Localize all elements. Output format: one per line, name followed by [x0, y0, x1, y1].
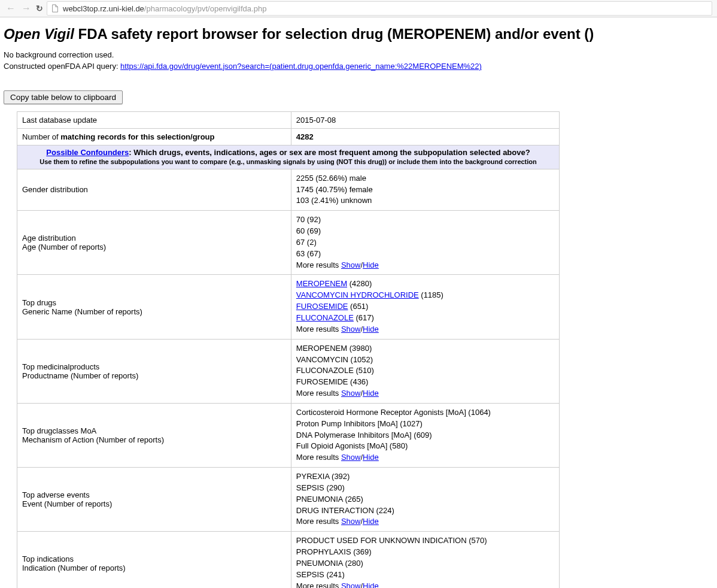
hide-link[interactable]: Hide [363, 453, 379, 462]
summary-table: Last database update 2015-07-08 Number o… [17, 111, 560, 588]
hide-link[interactable]: Hide [363, 581, 379, 588]
topdrugs-label: Top drugsGeneric Name (Number of reports… [17, 275, 291, 339]
browser-toolbar: ← → ↻ webcl3top.rz.uni-kiel.de/pharmacol… [0, 0, 717, 17]
show-link[interactable]: Show [341, 325, 361, 334]
address-bar[interactable]: webcl3top.rz.uni-kiel.de/pharmacology/pv… [47, 1, 712, 16]
drug-link[interactable]: FUROSEMIDE [296, 302, 348, 311]
hide-link[interactable]: Hide [363, 517, 379, 526]
show-link[interactable]: Show [341, 581, 361, 588]
indications-label: Top indicationsIndication (Number of rep… [17, 532, 291, 588]
show-link[interactable]: Show [341, 517, 361, 526]
topdrugs-values: MEROPENEM (4280)VANCOMYCIN HYDROCHLORIDE… [291, 275, 559, 339]
drug-link[interactable]: MEROPENEM [296, 279, 347, 288]
drugclass-values: Corticosteroid Hormone Receptor Agonists… [291, 403, 559, 467]
last-update-label: Last database update [17, 111, 291, 128]
age-values: 70 (92)60 (69)67 (2)63 (67)More results … [291, 211, 559, 275]
show-link[interactable]: Show [341, 260, 361, 269]
events-values: PYREXIA (392)SEPSIS (290)PNEUMONIA (265)… [291, 468, 559, 532]
hide-link[interactable]: Hide [363, 325, 379, 334]
api-query-link[interactable]: https://api.fda.gov/drug/event.json?sear… [120, 62, 482, 71]
events-label: Top adverse eventsEvent (Number of repor… [17, 468, 291, 532]
copy-table-button-top[interactable]: Copy table below to clipboard [4, 90, 123, 104]
page-icon [51, 4, 59, 13]
matching-records-label: Number of matching records for this sele… [17, 128, 291, 145]
intro-text: No background correction used. Construct… [4, 50, 713, 72]
back-button[interactable]: ← [5, 4, 17, 13]
matching-records-value: 4282 [291, 128, 559, 145]
forward-button[interactable]: → [20, 4, 32, 13]
medprod-label: Top medicinalproductsProductname (Number… [17, 339, 291, 403]
gender-label: Gender distribution [17, 169, 291, 211]
possible-confounders-link[interactable]: Possible Confounders [46, 148, 129, 157]
drug-link[interactable]: FLUCONAZOLE [296, 313, 354, 322]
hide-link[interactable]: Hide [363, 260, 379, 269]
drug-link[interactable]: VANCOMYCIN HYDROCHLORIDE [296, 290, 419, 299]
drugclass-label: Top drugclasses MoAMechanism of Action (… [17, 403, 291, 467]
age-label: Age distributionAge (Number of reports) [17, 211, 291, 275]
last-update-value: 2015-07-08 [291, 111, 559, 128]
hide-link[interactable]: Hide [363, 389, 379, 398]
reload-button[interactable]: ↻ [36, 4, 43, 13]
page-title: Open Vigil FDA safety report browser for… [4, 26, 713, 43]
indications-values: PRODUCT USED FOR UNKNOWN INDICATION (570… [291, 532, 559, 588]
url-text: webcl3top.rz.uni-kiel.de/pharmacology/pv… [63, 4, 266, 13]
show-link[interactable]: Show [341, 389, 361, 398]
show-link[interactable]: Show [341, 453, 361, 462]
gender-values: 2255 (52.66%) male1745 (40.75%) female10… [291, 169, 559, 211]
medprod-values: MEROPENEM (3980)VANCOMYCIN (1052)FLUCONA… [291, 339, 559, 403]
confounders-header: Possible Confounders: Which drugs, event… [17, 145, 560, 169]
